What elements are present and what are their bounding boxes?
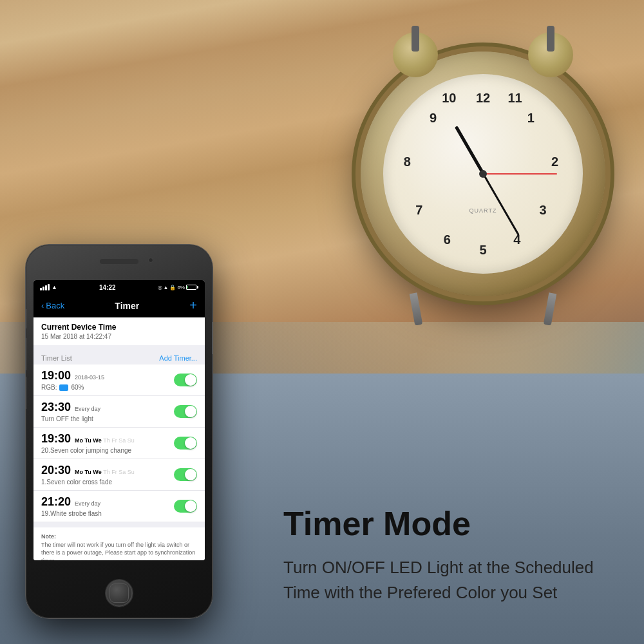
timer-item-0-left: 19:00 2018-03-15 RGB: 60% bbox=[41, 369, 104, 391]
phone-container: ▲ 14:22 ◎ ▲ 🔒 6% bbox=[26, 245, 213, 618]
timer-brightness-0: 60% bbox=[71, 384, 84, 391]
clock-body: 12 1 2 3 4 5 6 7 8 9 10 11 QUARTZ bbox=[361, 52, 631, 322]
minute-hand bbox=[482, 173, 520, 236]
timer-rgb-label: RGB: bbox=[41, 384, 57, 391]
status-right: ◎ ▲ 🔒 6% bbox=[158, 285, 198, 290]
timer-detail-1: Turn OFF the light bbox=[41, 415, 100, 422]
status-left: ▲ bbox=[40, 284, 57, 290]
bell-left bbox=[393, 32, 438, 77]
clock-1: 1 bbox=[527, 111, 535, 126]
timer-time-row-1: 23:30 Every day bbox=[41, 401, 100, 414]
timer-toggle-1[interactable] bbox=[174, 405, 197, 418]
note-text: Note: The timer will not work if you tur… bbox=[41, 533, 197, 560]
clock-10: 10 bbox=[442, 91, 456, 106]
volume-up-button bbox=[26, 338, 26, 370]
toggle-knob-4 bbox=[185, 500, 196, 512]
timer-item-2-left: 19:30 Mo Tu We Th Fr Sa Su 20.Seven colo… bbox=[41, 432, 135, 454]
clock-12: 12 bbox=[476, 91, 490, 106]
power-button bbox=[212, 322, 213, 354]
signal-bars bbox=[40, 284, 50, 290]
clock-container: 12 1 2 3 4 5 6 7 8 9 10 11 QUARTZ bbox=[283, 13, 644, 451]
back-button[interactable]: ‹ Back bbox=[41, 301, 64, 310]
device-time-value: 15 Mar 2018 at 14:22:47 bbox=[41, 333, 197, 340]
timer-action-1: Turn OFF the light bbox=[41, 415, 93, 422]
clock-7: 7 bbox=[415, 202, 422, 217]
timer-time-0: 19:00 bbox=[41, 369, 71, 383]
second-hand bbox=[483, 173, 557, 175]
days-active-3: Mo Tu We bbox=[75, 469, 103, 475]
alarm-icon: ▲ bbox=[164, 285, 169, 290]
note-section: Note: The timer will not work if you tur… bbox=[33, 527, 205, 560]
add-timer-button[interactable]: Add Timer... bbox=[159, 354, 197, 362]
timer-item-3: 20:30 Mo Tu We Th Fr Sa Su 1.Seven color… bbox=[33, 459, 205, 491]
timer-toggle-3[interactable] bbox=[174, 468, 197, 481]
timer-toggle-4[interactable] bbox=[174, 500, 197, 513]
nav-title: Timer bbox=[115, 301, 139, 311]
timer-mode-desc-line2: Time with the Prefered Color you Set bbox=[283, 583, 557, 602]
mute-button bbox=[26, 309, 26, 328]
signal-bar-2 bbox=[43, 287, 44, 290]
timer-toggle-2[interactable] bbox=[174, 437, 197, 450]
timer-days-3: Mo Tu We Th Fr Sa Su bbox=[75, 469, 135, 475]
timer-days-1: Every day bbox=[75, 406, 100, 412]
clock-3: 3 bbox=[539, 202, 546, 217]
home-button[interactable] bbox=[106, 580, 133, 607]
timer-item-2: 19:30 Mo Tu We Th Fr Sa Su 20.Seven colo… bbox=[33, 428, 205, 459]
orientation-icon: 🔒 bbox=[169, 285, 176, 290]
timer-list-label: Timer List bbox=[41, 354, 72, 362]
status-bar: ▲ 14:22 ◎ ▲ 🔒 6% bbox=[33, 280, 205, 294]
clock-center bbox=[479, 170, 487, 178]
clock-5: 5 bbox=[479, 242, 486, 257]
timer-mode-title: Timer Mode bbox=[283, 506, 618, 542]
timer-detail-4: 19.White strobe flash bbox=[41, 510, 102, 517]
toggle-knob-3 bbox=[185, 469, 196, 480]
timer-time-row-4: 21:20 Every day bbox=[41, 495, 102, 509]
timer-detail-2: 20.Seven color jumping change bbox=[41, 447, 135, 454]
battery-pct: 6% bbox=[177, 285, 185, 290]
timer-action-2: 20.Seven color jumping change bbox=[41, 447, 131, 454]
timer-item-3-left: 20:30 Mo Tu We Th Fr Sa Su 1.Seven color… bbox=[41, 464, 135, 486]
timer-toggle-0[interactable] bbox=[174, 374, 197, 386]
timer-time-2: 19:30 bbox=[41, 432, 71, 446]
clock-11: 11 bbox=[507, 91, 522, 106]
toggle-knob-1 bbox=[185, 406, 196, 417]
timer-mode-desc-line1: Turn ON/OFF LED Light at the Scheduled bbox=[283, 558, 594, 577]
timer-time-row-2: 19:30 Mo Tu We Th Fr Sa Su bbox=[41, 432, 135, 446]
timer-time-row-0: 19:00 2018-03-15 bbox=[41, 369, 104, 383]
foot-right bbox=[544, 292, 557, 325]
timer-time-row-3: 20:30 Mo Tu We Th Fr Sa Su bbox=[41, 464, 135, 477]
note-label: Note: bbox=[41, 533, 56, 540]
front-camera bbox=[148, 258, 153, 263]
timer-list-header: Timer List Add Timer... bbox=[33, 350, 205, 365]
device-time-label: Current Device Time bbox=[41, 323, 197, 332]
timer-mode-desc: Turn ON/OFF LED Light at the Scheduled T… bbox=[283, 555, 618, 605]
timer-item-1: 23:30 Every day Turn OFF the light bbox=[33, 396, 205, 428]
timer-color-dot-0 bbox=[59, 384, 68, 391]
app-content: Current Device Time 15 Mar 2018 at 14:22… bbox=[33, 317, 205, 560]
foot-left bbox=[410, 292, 423, 325]
timer-days-2: Mo Tu We Th Fr Sa Su bbox=[75, 437, 135, 444]
battery-fill bbox=[187, 286, 188, 289]
bell-hammer-left bbox=[412, 26, 419, 52]
phone-speaker bbox=[100, 259, 138, 264]
timer-time-1: 23:30 bbox=[41, 401, 71, 414]
timer-date-0: 2018-03-15 bbox=[75, 374, 104, 381]
device-time-section: Current Device Time 15 Mar 2018 at 14:22… bbox=[33, 317, 205, 345]
timer-time-3: 20:30 bbox=[41, 464, 71, 477]
battery-indicator bbox=[186, 285, 198, 290]
phone-body: ▲ 14:22 ◎ ▲ 🔒 6% bbox=[26, 245, 213, 618]
days-inactive-2: Th Fr Sa Su bbox=[103, 437, 135, 444]
battery-tip bbox=[197, 286, 198, 289]
clock-face: 12 1 2 3 4 5 6 7 8 9 10 11 QUARTZ bbox=[383, 74, 583, 274]
clock-8: 8 bbox=[404, 155, 411, 169]
signal-bar-3 bbox=[45, 285, 47, 290]
days-inactive-3: Th Fr Sa Su bbox=[103, 469, 135, 475]
timer-item-4: 21:20 Every day 19.White strobe flash bbox=[33, 491, 205, 522]
hour-hand bbox=[454, 126, 484, 175]
days-active-2: Mo Tu We bbox=[75, 437, 103, 444]
timer-item-1-left: 23:30 Every day Turn OFF the light bbox=[41, 401, 100, 422]
signal-bar-4 bbox=[48, 284, 50, 290]
nav-bar: ‹ Back Timer + bbox=[33, 294, 205, 317]
add-timer-nav-button[interactable]: + bbox=[189, 298, 197, 313]
timer-days-4: Every day bbox=[75, 500, 100, 507]
